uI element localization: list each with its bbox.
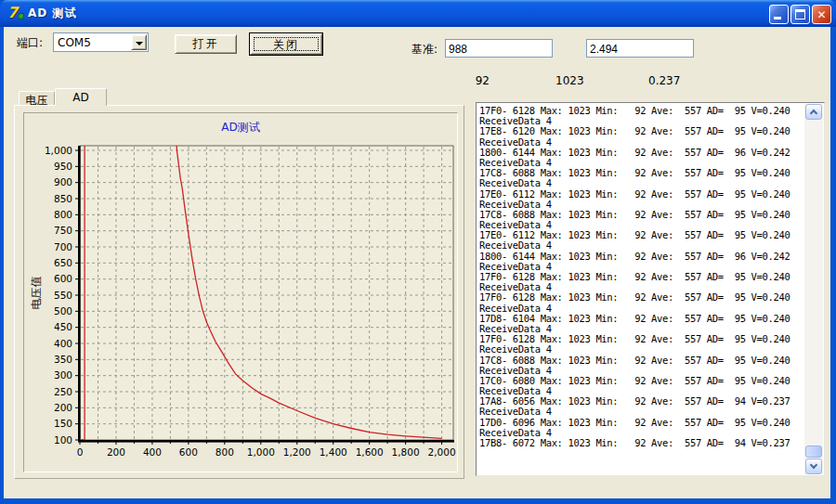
open-button-label: 打开 (181, 36, 230, 52)
svg-text:0: 0 (77, 446, 84, 458)
svg-text:600: 600 (54, 273, 72, 284)
svg-text:450: 450 (54, 321, 72, 332)
baseline-ad-input[interactable] (445, 39, 553, 58)
port-combobox[interactable]: COM5 (53, 32, 149, 52)
open-button[interactable]: 打开 (175, 34, 237, 54)
app-window: 7 AD 测试 ✕ 端口: COM5 打开 关闭 基准: 92 1023 0.2… (0, 0, 836, 504)
log-scrollbar[interactable] (804, 104, 823, 474)
svg-text:1,200: 1,200 (283, 446, 311, 458)
svg-text:200: 200 (54, 402, 72, 413)
close-icon: ✕ (813, 6, 830, 24)
titlebar[interactable]: 7 AD 测试 ✕ (0, 0, 836, 27)
combobox-dropdown-button[interactable] (131, 34, 147, 50)
tab-page-ad: 1001502002503003504004505005506006507007… (14, 105, 464, 479)
window-content: 端口: COM5 打开 关闭 基准: 92 1023 0.237 电压 AD 1… (4, 27, 830, 498)
svg-text:800: 800 (216, 446, 234, 458)
svg-text:400: 400 (143, 446, 162, 458)
svg-text:600: 600 (179, 446, 198, 458)
chevron-up-icon (810, 110, 817, 117)
baseline-volt-input[interactable] (586, 39, 694, 58)
port-label: 端口: (17, 35, 43, 51)
svg-text:800: 800 (54, 209, 72, 220)
svg-text:300: 300 (54, 369, 72, 381)
svg-text:电压值: 电压值 (30, 277, 43, 310)
port-combobox-value: COM5 (58, 36, 91, 49)
window-title: AD 测试 (28, 6, 76, 21)
close-button[interactable]: ✕ (812, 5, 831, 24)
svg-text:1,400: 1,400 (320, 446, 347, 458)
log-lines: 17F0- 6128 Max: 1023 Min: 92 Ave: 557 AD… (479, 106, 803, 473)
svg-text:1,600: 1,600 (356, 446, 384, 458)
svg-text:650: 650 (54, 257, 72, 268)
chevron-down-icon (810, 461, 817, 469)
svg-text:2,000: 2,000 (428, 446, 456, 458)
scrollbar-thumb[interactable] (805, 446, 822, 458)
scroll-down-button[interactable] (805, 459, 822, 474)
baseline-label: 基准: (411, 42, 438, 58)
svg-text:350: 350 (54, 354, 72, 365)
close-port-button[interactable]: 关闭 (249, 32, 323, 56)
svg-text:950: 950 (54, 161, 72, 172)
svg-text:850: 850 (54, 193, 72, 204)
chevron-down-icon (136, 42, 143, 49)
svg-text:700: 700 (54, 241, 72, 252)
ad-chart-panel: 1001502002503003504004505005506006507007… (23, 112, 458, 472)
svg-text:150: 150 (54, 418, 72, 429)
tab-ad[interactable]: AD (55, 88, 107, 106)
app-icon: 7 (7, 5, 24, 21)
svg-text:200: 200 (107, 446, 125, 458)
minimize-icon (774, 17, 781, 19)
svg-text:400: 400 (54, 338, 72, 349)
svg-text:1,000: 1,000 (247, 446, 275, 458)
svg-text:AD测试: AD测试 (221, 121, 259, 134)
minimize-button[interactable] (769, 5, 789, 24)
svg-text:250: 250 (54, 386, 72, 397)
svg-text:900: 900 (54, 176, 72, 187)
close-port-button-label: 关闭 (251, 34, 321, 53)
svg-text:550: 550 (54, 290, 72, 301)
maximize-icon (795, 9, 805, 19)
stat-volt-value: 0.237 (648, 74, 680, 87)
svg-text:1,800: 1,800 (392, 446, 420, 458)
receive-log-list[interactable]: 17F0- 6128 Max: 1023 Min: 92 Ave: 557 AD… (476, 102, 825, 476)
ad-chart: 1001502002503003504004505005506006507007… (24, 113, 457, 472)
svg-text:100: 100 (54, 434, 72, 446)
maximize-button[interactable] (790, 5, 810, 24)
svg-text:500: 500 (54, 305, 72, 317)
stat-min-value: 92 (467, 74, 490, 87)
leaf-icon (18, 13, 24, 19)
svg-text:750: 750 (54, 225, 72, 236)
stat-max-value: 1023 (555, 74, 584, 87)
scroll-up-button[interactable] (805, 104, 822, 120)
svg-text:1,000: 1,000 (45, 145, 72, 156)
